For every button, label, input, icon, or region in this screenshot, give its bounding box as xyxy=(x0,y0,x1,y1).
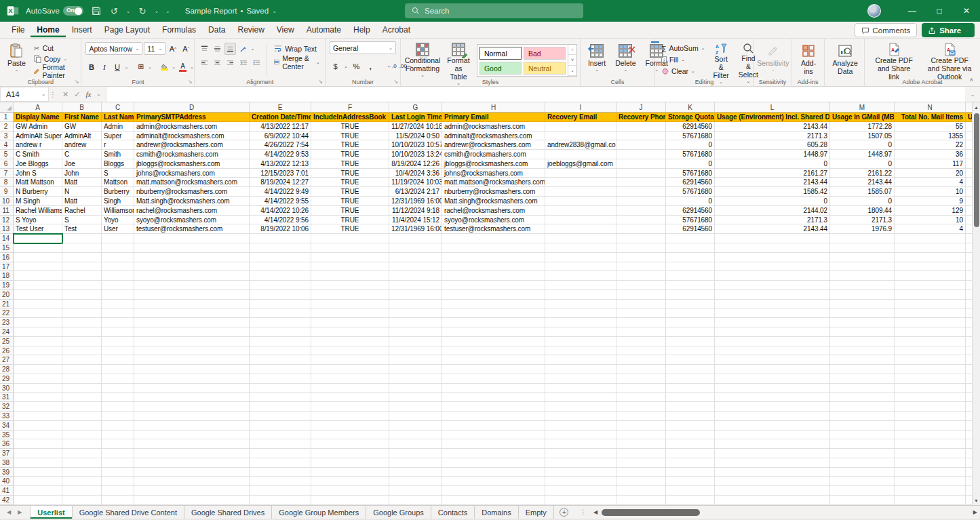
cell[interactable]: Burberry xyxy=(102,187,134,197)
cell[interactable] xyxy=(895,384,966,393)
conditional-formatting-chevron-icon[interactable]: ⌄ xyxy=(420,73,425,78)
cell[interactable] xyxy=(715,271,830,281)
cell[interactable] xyxy=(14,355,62,365)
cell[interactable] xyxy=(250,234,311,243)
cell[interactable] xyxy=(102,449,134,458)
collapse-ribbon-icon[interactable]: ˄ xyxy=(970,77,973,83)
cell[interactable] xyxy=(102,486,134,496)
cell[interactable] xyxy=(830,243,895,253)
cell[interactable] xyxy=(14,308,62,318)
cell[interactable] xyxy=(102,384,134,393)
cell[interactable] xyxy=(102,308,134,318)
cell[interactable] xyxy=(666,402,715,412)
clipboard-dialog-launcher-icon[interactable]: ↘ xyxy=(75,79,79,85)
cell[interactable] xyxy=(389,477,442,486)
sheet-tab-google-group-members[interactable]: Google Group Members xyxy=(272,506,366,519)
cell[interactable] xyxy=(616,150,666,159)
fill-chevron-icon[interactable]: ⌄ xyxy=(681,57,685,62)
cell[interactable]: John S xyxy=(14,169,62,178)
cell[interactable] xyxy=(715,318,830,327)
cell[interactable] xyxy=(442,281,545,290)
cell[interactable] xyxy=(895,449,966,458)
cell[interactable]: 6/9/2022 10:44 xyxy=(250,132,311,141)
cell[interactable] xyxy=(62,374,102,384)
cell[interactable] xyxy=(442,253,545,262)
cell[interactable] xyxy=(666,300,715,309)
wrap-text-button[interactable]: Wrap Text xyxy=(272,43,322,54)
cell[interactable] xyxy=(616,271,666,281)
maximize-button[interactable]: □ xyxy=(926,0,953,22)
cell[interactable] xyxy=(616,346,666,356)
user-avatar[interactable] xyxy=(867,4,881,18)
cell[interactable] xyxy=(14,337,62,346)
cell[interactable] xyxy=(545,318,616,327)
cell[interactable] xyxy=(389,384,442,393)
row-header-39[interactable]: 39 xyxy=(0,468,14,477)
cell[interactable]: 605.28 xyxy=(715,140,830,150)
percent-style-button[interactable]: % xyxy=(351,60,362,73)
column-header-I[interactable]: I xyxy=(545,102,616,113)
cell[interactable] xyxy=(14,421,62,431)
row-header-32[interactable]: 32 xyxy=(0,402,14,412)
cell[interactable] xyxy=(895,439,966,449)
cell[interactable]: 0 xyxy=(715,197,830,206)
cell[interactable] xyxy=(666,308,715,318)
search-input[interactable]: Search xyxy=(405,3,583,18)
borders-button[interactable]: ⊞ xyxy=(135,61,146,73)
cell[interactable] xyxy=(311,384,389,393)
cell[interactable]: 57671680 xyxy=(666,132,715,141)
cell[interactable] xyxy=(666,496,715,505)
cell[interactable] xyxy=(311,412,389,421)
cell[interactable] xyxy=(545,355,616,365)
cell[interactable] xyxy=(311,393,389,402)
row-header-4[interactable]: 4 xyxy=(0,140,14,150)
cell[interactable] xyxy=(311,290,389,300)
row-header-27[interactable]: 27 xyxy=(0,355,14,365)
cell[interactable]: TRUE xyxy=(311,187,389,197)
cell[interactable] xyxy=(545,308,616,318)
cell[interactable] xyxy=(616,262,666,272)
cell[interactable]: PrimarySMTPAddress xyxy=(134,113,250,122)
cell[interactable] xyxy=(389,281,442,290)
scroll-left-icon[interactable]: ◀ xyxy=(591,509,600,515)
addins-button[interactable]: Add-ins xyxy=(796,41,821,77)
ribbon-tab-home[interactable]: Home xyxy=(31,22,65,37)
create-pdf-share-outlook-button[interactable]: A Create PDF and Share via Outlook xyxy=(922,41,977,77)
comments-button[interactable]: Comments xyxy=(855,23,918,37)
row-header-36[interactable]: 36 xyxy=(0,439,14,449)
quick-access-chevron-icon[interactable]: ⌄ xyxy=(165,8,170,14)
cell[interactable] xyxy=(442,300,545,309)
row-header-11[interactable]: 11 xyxy=(0,206,14,216)
cell[interactable] xyxy=(666,281,715,290)
cell[interactable] xyxy=(250,374,311,384)
cell[interactable] xyxy=(389,262,442,272)
horizontal-scrollbar-thumb[interactable] xyxy=(602,509,700,516)
cell[interactable]: 1772.28 xyxy=(830,122,895,132)
cell[interactable]: 4 xyxy=(895,178,966,187)
cell[interactable] xyxy=(389,431,442,440)
cell[interactable]: TRUE xyxy=(311,122,389,132)
cell[interactable] xyxy=(715,300,830,309)
horizontal-scrollbar[interactable]: ⋮ ◀ ▶ xyxy=(580,506,980,519)
cell[interactable] xyxy=(830,262,895,272)
cell[interactable]: TRUE xyxy=(311,169,389,178)
cell[interactable] xyxy=(715,308,830,318)
cell[interactable]: Creation Date/Time xyxy=(250,113,311,122)
cancel-formula-icon[interactable]: ✕ xyxy=(62,90,68,99)
cell[interactable]: 22 xyxy=(895,140,966,150)
cell[interactable] xyxy=(545,327,616,337)
insert-chevron-icon[interactable]: ⌄ xyxy=(595,67,599,73)
cell[interactable] xyxy=(442,355,545,365)
cell[interactable]: TRUE xyxy=(311,150,389,159)
cell[interactable] xyxy=(895,431,966,440)
cell[interactable]: Matt xyxy=(62,197,102,206)
cell[interactable] xyxy=(442,365,545,374)
cell[interactable] xyxy=(311,421,389,431)
cell[interactable]: 4/14/2022 9:55 xyxy=(250,197,311,206)
cell[interactable]: Williamson xyxy=(102,206,134,216)
cell[interactable] xyxy=(830,468,895,477)
cell[interactable] xyxy=(895,308,966,318)
sheet-tab-empty[interactable]: Empty xyxy=(519,506,554,519)
cell[interactable] xyxy=(134,449,250,458)
cell[interactable]: 4/13/2022 12:17 xyxy=(250,122,311,132)
